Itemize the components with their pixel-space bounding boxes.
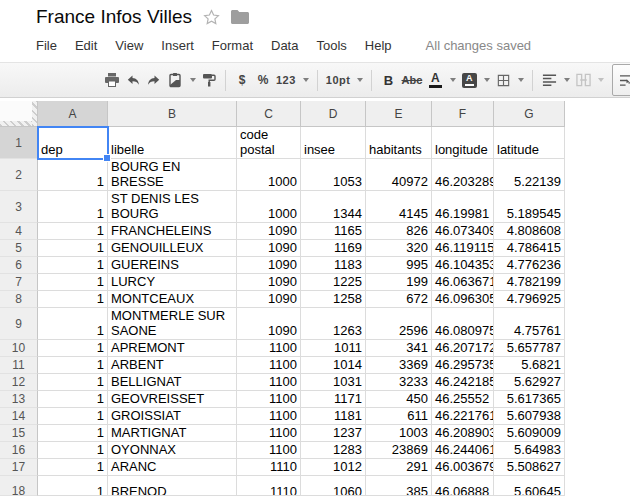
cell-G17[interactable]: 5.508627 xyxy=(494,459,565,476)
text-wrap-button[interactable] xyxy=(612,64,630,96)
text-color-caret[interactable] xyxy=(450,78,456,82)
cell-G16[interactable]: 5.64983 xyxy=(494,442,565,459)
row-header-8[interactable]: 8 xyxy=(0,291,38,308)
merge-cells-caret[interactable] xyxy=(598,78,604,82)
cell-D18[interactable]: 1060 xyxy=(301,476,366,496)
cell-D16[interactable]: 1283 xyxy=(301,442,366,459)
menu-item-view[interactable]: View xyxy=(106,38,152,53)
cell-E14[interactable]: 611 xyxy=(366,408,432,425)
row-header-3[interactable]: 3 xyxy=(0,191,38,223)
cell-F6[interactable]: 46.104353 xyxy=(432,257,494,274)
cell-G6[interactable]: 4.776236 xyxy=(494,257,565,274)
cell-C10[interactable]: 1100 xyxy=(237,340,301,357)
percent-format-button[interactable]: % xyxy=(255,68,271,92)
strikethrough-button[interactable]: Abc xyxy=(401,68,422,92)
cell-E17[interactable]: 291 xyxy=(366,459,432,476)
cell-F3[interactable]: 46.19981 xyxy=(432,191,494,223)
cell-A9[interactable]: 1 xyxy=(38,308,108,340)
cell-C5[interactable]: 1090 xyxy=(237,240,301,257)
font-size-button[interactable]: 10pt xyxy=(326,68,351,92)
fill-color-caret[interactable] xyxy=(484,78,490,82)
cell-D15[interactable]: 1237 xyxy=(301,425,366,442)
menu-item-edit[interactable]: Edit xyxy=(66,38,106,53)
cell-A13[interactable]: 1 xyxy=(38,391,108,408)
row-header-9[interactable]: 9 xyxy=(0,308,38,340)
cell-B17[interactable]: ARANC xyxy=(108,459,237,476)
merge-cells-button[interactable] xyxy=(575,68,591,92)
cell-E15[interactable]: 1003 xyxy=(366,425,432,442)
cell-F2[interactable]: 46.203289 xyxy=(432,159,494,191)
cell-D4[interactable]: 1165 xyxy=(301,223,366,240)
cell-E10[interactable]: 341 xyxy=(366,340,432,357)
cell-F10[interactable]: 46.207172 xyxy=(432,340,494,357)
cell-D13[interactable]: 1171 xyxy=(301,391,366,408)
undo-button[interactable] xyxy=(125,68,141,92)
borders-caret[interactable] xyxy=(518,78,524,82)
menu-item-format[interactable]: Format xyxy=(203,38,262,53)
cell-F16[interactable]: 46.244061 xyxy=(432,442,494,459)
row-header-17[interactable]: 17 xyxy=(0,459,38,476)
cell-E1[interactable]: habitants xyxy=(366,127,432,159)
cell-A5[interactable]: 1 xyxy=(38,240,108,257)
cell-D2[interactable]: 1053 xyxy=(301,159,366,191)
cell-E7[interactable]: 199 xyxy=(366,274,432,291)
row-header-4[interactable]: 4 xyxy=(0,223,38,240)
move-to-folder-icon[interactable] xyxy=(231,10,249,24)
cell-E9[interactable]: 2596 xyxy=(366,308,432,340)
cell-F12[interactable]: 46.242185 xyxy=(432,374,494,391)
select-all-corner[interactable] xyxy=(0,101,38,127)
redo-button[interactable] xyxy=(146,68,162,92)
cell-B3[interactable]: ST DENIS LES BOURG xyxy=(108,191,237,223)
cell-E5[interactable]: 320 xyxy=(366,240,432,257)
cell-C8[interactable]: 1090 xyxy=(237,291,301,308)
cell-A1[interactable]: dep xyxy=(38,127,108,159)
row-header-11[interactable]: 11 xyxy=(0,357,38,374)
cell-E13[interactable]: 450 xyxy=(366,391,432,408)
cell-C18[interactable]: 1110 xyxy=(237,476,301,496)
cell-C3[interactable]: 1000 xyxy=(237,191,301,223)
cell-A2[interactable]: 1 xyxy=(38,159,108,191)
cell-D5[interactable]: 1169 xyxy=(301,240,366,257)
menu-item-data[interactable]: Data xyxy=(262,38,307,53)
cell-B6[interactable]: GUEREINS xyxy=(108,257,237,274)
cell-B12[interactable]: BELLIGNAT xyxy=(108,374,237,391)
cell-C2[interactable]: 1000 xyxy=(237,159,301,191)
cell-G14[interactable]: 5.607938 xyxy=(494,408,565,425)
cell-E11[interactable]: 3369 xyxy=(366,357,432,374)
cell-D1[interactable]: insee xyxy=(301,127,366,159)
cell-B13[interactable]: GEOVREISSET xyxy=(108,391,237,408)
cell-B2[interactable]: BOURG EN BRESSE xyxy=(108,159,237,191)
number-format-caret[interactable] xyxy=(303,78,309,82)
font-size-caret[interactable] xyxy=(357,78,363,82)
cell-G13[interactable]: 5.617365 xyxy=(494,391,565,408)
row-header-5[interactable]: 5 xyxy=(0,240,38,257)
cell-C14[interactable]: 1100 xyxy=(237,408,301,425)
cell-C13[interactable]: 1100 xyxy=(237,391,301,408)
cell-D6[interactable]: 1183 xyxy=(301,257,366,274)
cell-E8[interactable]: 672 xyxy=(366,291,432,308)
cell-D14[interactable]: 1181 xyxy=(301,408,366,425)
cell-D12[interactable]: 1031 xyxy=(301,374,366,391)
cell-G11[interactable]: 5.6821 xyxy=(494,357,565,374)
cell-B15[interactable]: MARTIGNAT xyxy=(108,425,237,442)
cell-F18[interactable]: 46.06888 xyxy=(432,476,494,496)
cell-G8[interactable]: 4.796925 xyxy=(494,291,565,308)
cell-A17[interactable]: 1 xyxy=(38,459,108,476)
cell-A8[interactable]: 1 xyxy=(38,291,108,308)
cell-G12[interactable]: 5.62927 xyxy=(494,374,565,391)
cell-E4[interactable]: 826 xyxy=(366,223,432,240)
cell-G3[interactable]: 5.189545 xyxy=(494,191,565,223)
row-header-14[interactable]: 14 xyxy=(0,408,38,425)
paste-dropdown-caret[interactable] xyxy=(190,78,196,82)
cell-C17[interactable]: 1110 xyxy=(237,459,301,476)
paint-format-button[interactable] xyxy=(201,68,217,92)
cell-A4[interactable]: 1 xyxy=(38,223,108,240)
print-button[interactable] xyxy=(104,68,120,92)
cell-E2[interactable]: 40972 xyxy=(366,159,432,191)
cell-E6[interactable]: 995 xyxy=(366,257,432,274)
cell-A14[interactable]: 1 xyxy=(38,408,108,425)
column-header-F[interactable]: F xyxy=(432,101,494,127)
cell-E18[interactable]: 385 xyxy=(366,476,432,496)
cell-B5[interactable]: GENOUILLEUX xyxy=(108,240,237,257)
cell-A11[interactable]: 1 xyxy=(38,357,108,374)
